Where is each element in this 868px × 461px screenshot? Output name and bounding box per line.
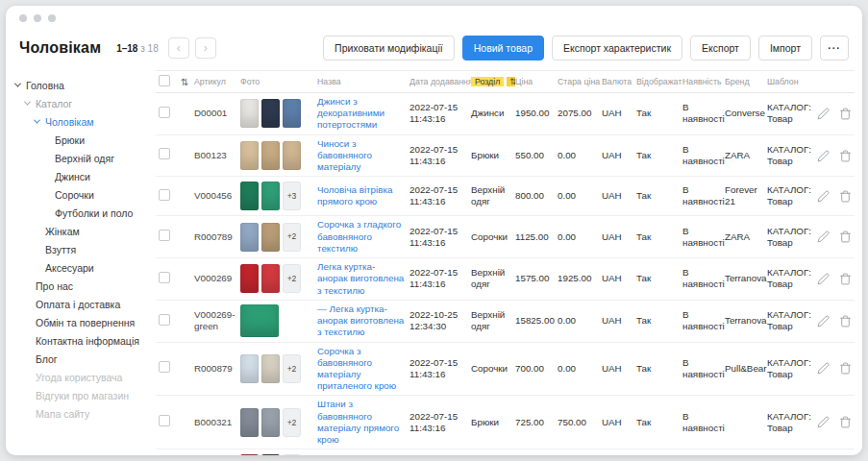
delete-button[interactable]: [839, 416, 853, 429]
sidebar-item-label: Футболки и поло: [55, 207, 133, 219]
delete-button[interactable]: [839, 149, 853, 162]
sidebar-item[interactable]: Контактна інформація: [15, 331, 148, 350]
column-header-template[interactable]: Шаблон: [767, 77, 813, 86]
sidebar-item[interactable]: Угода користувача: [15, 368, 148, 386]
product-name-link[interactable]: Джинси з декоративними потертостями: [317, 96, 384, 130]
sorted-column-label[interactable]: Розділ: [471, 77, 504, 86]
hide-modifications-button[interactable]: Приховати модифікації: [323, 36, 455, 61]
delete-button[interactable]: [839, 362, 853, 376]
column-header-section[interactable]: Розділ⇅: [471, 77, 515, 86]
edit-icon: [817, 190, 830, 203]
edit-button[interactable]: [817, 149, 831, 162]
edit-button[interactable]: [817, 272, 831, 285]
column-header-availability[interactable]: Наявність: [682, 77, 725, 86]
delete-button[interactable]: [839, 107, 853, 120]
next-page-button[interactable]: ›: [195, 37, 216, 59]
delete-button[interactable]: [839, 189, 853, 203]
sidebar-item[interactable]: Чоловікам: [15, 112, 148, 131]
sidebar-item[interactable]: Каталог: [15, 94, 148, 112]
edit-icon: [817, 315, 830, 328]
display-cell: Так: [636, 417, 682, 428]
sidebar-item[interactable]: Оплата і доставка: [15, 295, 148, 313]
sidebar-item[interactable]: Мапа сайту: [15, 404, 148, 423]
template-cell: КАТАЛОГ:Товар: [767, 267, 813, 290]
article-cell: V000456: [194, 190, 240, 202]
table-row: R000587+2Чоловічі сорочки з легкого текс…: [156, 449, 855, 455]
column-header-brand[interactable]: Бренд: [725, 77, 767, 86]
column-header-article[interactable]: Артикул: [194, 77, 240, 86]
sidebar-item[interactable]: Блог: [15, 350, 148, 368]
sidebar-item[interactable]: Головна: [15, 76, 148, 94]
column-header-price[interactable]: Ціна: [515, 77, 558, 86]
sidebar-item[interactable]: Про нас: [15, 277, 148, 295]
sidebar-item-label: Каталог: [36, 98, 72, 109]
section-cell: Джинси: [471, 108, 515, 119]
sort-direction-button[interactable]: ⇅: [507, 77, 515, 86]
row-checkbox[interactable]: [159, 272, 170, 283]
sidebar-item[interactable]: Верхній одяг: [15, 149, 148, 167]
column-header-photo[interactable]: Фото: [240, 77, 317, 86]
sidebar-item[interactable]: Обмін та повернення: [15, 313, 148, 331]
sidebar-item[interactable]: Джинси: [15, 167, 148, 185]
column-header-old-price[interactable]: Стара ціна: [558, 77, 602, 86]
sidebar-item[interactable]: Сорочки: [15, 185, 148, 204]
window-zoom-icon[interactable]: [48, 14, 56, 22]
row-checkbox[interactable]: [159, 314, 170, 326]
edit-button[interactable]: [817, 107, 831, 120]
column-header-name[interactable]: Назва: [317, 77, 409, 86]
sidebar-item[interactable]: Брюки: [15, 131, 148, 149]
import-button[interactable]: Імпорт: [758, 36, 812, 61]
export-characteristics-button[interactable]: Експорт характеристик: [552, 36, 682, 61]
trash-icon: [839, 230, 852, 243]
trash-icon: [839, 190, 852, 203]
product-name-link[interactable]: Сорочка з бавовняного матеріалу притален…: [317, 346, 396, 392]
product-name-link[interactable]: Штани з бавовняного матеріалу прямого кр…: [317, 399, 399, 445]
edit-button[interactable]: [817, 230, 831, 244]
table-row: V000269+2Легка куртка-анорак виготовлена…: [156, 258, 855, 301]
product-name-link[interactable]: — Легка куртка-анорак виготовлена з текс…: [317, 303, 404, 337]
row-checkbox[interactable]: [159, 189, 170, 201]
column-header-date[interactable]: Дата додавання: [409, 77, 471, 86]
delete-button[interactable]: [839, 230, 853, 244]
row-checkbox[interactable]: [159, 415, 170, 426]
edit-button[interactable]: [817, 362, 831, 376]
window-minimize-icon[interactable]: [34, 14, 41, 22]
date-cell: 2022-07-1511:43:16: [409, 102, 471, 125]
window-close-icon[interactable]: [19, 14, 27, 22]
photo-cell: +2: [240, 454, 317, 455]
edit-button[interactable]: [817, 189, 831, 203]
product-thumbnail: [240, 454, 259, 455]
edit-button[interactable]: [817, 314, 831, 328]
select-all-checkbox[interactable]: [159, 75, 170, 86]
sidebar-item[interactable]: Жінкам: [15, 222, 148, 240]
column-header-display[interactable]: Відображати: [636, 77, 682, 86]
product-name-link[interactable]: Чоловіча вітрівка прямого крою: [317, 184, 392, 206]
sidebar-item[interactable]: Аксесуари: [15, 258, 148, 277]
product-name-link[interactable]: Чиноси з бавовняного матеріалу: [317, 138, 372, 172]
sort-order-icon[interactable]: ⇅: [181, 77, 194, 87]
prev-page-button[interactable]: ‹: [168, 37, 189, 59]
row-checkbox[interactable]: [159, 148, 170, 159]
chevron-down-icon: [24, 99, 31, 106]
column-header-currency[interactable]: Валюта: [602, 77, 636, 86]
row-checkbox[interactable]: [159, 230, 170, 241]
availability-cell: В наявності: [682, 184, 725, 207]
row-checkbox[interactable]: [159, 361, 170, 373]
pagination: 1–18 з 18 ‹ ›: [116, 37, 216, 59]
more-actions-button[interactable]: ···: [820, 36, 849, 61]
row-checkbox[interactable]: [159, 107, 170, 118]
delete-button[interactable]: [839, 314, 853, 328]
more-photos-badge: +3: [283, 182, 301, 210]
product-name-link[interactable]: Легка куртка-анорак виготовлена з тексти…: [317, 261, 404, 295]
product-name-link[interactable]: Сорочка з гладкого бавовняного текстилю: [317, 219, 401, 253]
section-cell: Верхній одяг: [471, 184, 515, 207]
name-cell: Чиноси з бавовняного матеріалу: [317, 138, 409, 174]
sidebar-item[interactable]: Взуття: [15, 240, 148, 258]
delete-button[interactable]: [839, 272, 853, 285]
product-thumbnail: [283, 141, 301, 170]
sidebar-item[interactable]: Відгуки про магазин: [15, 386, 148, 404]
new-product-button[interactable]: Новий товар: [462, 36, 544, 61]
edit-button[interactable]: [817, 416, 831, 429]
sidebar-item[interactable]: Футболки и поло: [15, 204, 148, 222]
export-button[interactable]: Експорт: [690, 36, 751, 61]
